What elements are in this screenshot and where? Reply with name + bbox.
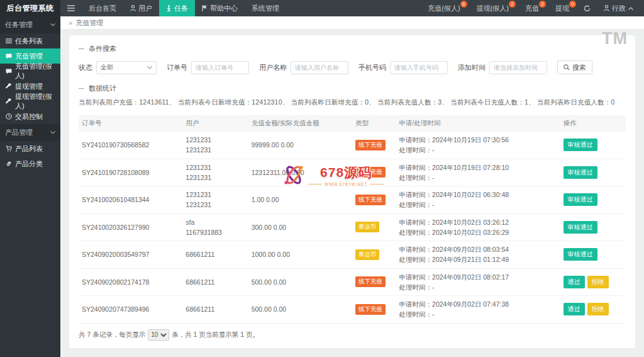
order-no-input[interactable] bbox=[191, 61, 249, 74]
amount-cell: 500.00 0.00 bbox=[248, 296, 352, 324]
approve-review-button[interactable]: 审核通过 bbox=[564, 193, 597, 206]
sidebar-toggle-button[interactable] bbox=[60, 0, 82, 16]
phone-input[interactable] bbox=[390, 61, 448, 74]
sidebar-item-task-list[interactable]: 任务列表 bbox=[0, 33, 60, 48]
header-amount: 充值金额/实际充值金额 bbox=[248, 115, 352, 132]
add-time-label: 添加时间 bbox=[458, 63, 486, 72]
time-cell: 申请时间：2024年10月02日 06:30:48处理时间：- bbox=[396, 186, 560, 214]
search-button[interactable]: 搜索 bbox=[557, 60, 592, 74]
amount-cell: 1000.00 0.00 bbox=[248, 241, 352, 269]
flag-icon bbox=[202, 5, 208, 11]
recharge-management-panel: 条件搜索 状态 全部 订单号 用户名称 bbox=[69, 35, 635, 348]
user-cell: 68661211 bbox=[182, 241, 248, 269]
phone-label: 手机号码 bbox=[358, 63, 386, 72]
withdraw-count-badge: 0 bbox=[569, 1, 576, 8]
section-dash bbox=[79, 88, 84, 89]
time-cell: 申请时间：2024年10月19日 07:30:56处理时间：- bbox=[396, 132, 560, 159]
search-icon bbox=[564, 64, 570, 71]
per-page-select[interactable]: 10 bbox=[148, 329, 169, 341]
order-no-label: 订单号 bbox=[167, 63, 187, 72]
table-row: SY2409020802174178 68661211 500.00 0.00 … bbox=[79, 268, 626, 296]
user-cell: 68661211 bbox=[182, 268, 248, 296]
type-badge: 线下充值 bbox=[355, 276, 386, 287]
amount-cell: 500.00 0.00 bbox=[248, 268, 352, 296]
nav-withdraw-button[interactable]: 提现 0 bbox=[547, 0, 577, 16]
sidebar-item-recharge-management-fake[interactable]: 充值管理(假人) bbox=[0, 64, 60, 79]
table-row: SY2409020003549797 68661211 1000.00 0.00… bbox=[79, 241, 626, 269]
pass-button[interactable]: 通过 bbox=[564, 303, 585, 315]
amount-cell: 1.00 0.00 bbox=[248, 186, 352, 214]
table-row: SY2410020326127990 sfa1167931883 300.00 … bbox=[79, 213, 626, 241]
breadcrumb: » 充值管理 bbox=[60, 16, 644, 30]
user-cell: 12312311231231 bbox=[182, 132, 248, 159]
clock-icon bbox=[6, 113, 12, 120]
nav-withdraw-fake-button[interactable]: 提现(假人) 2 bbox=[469, 0, 517, 16]
search-section-title: 条件搜索 bbox=[79, 44, 626, 54]
username-label: 行政 bbox=[612, 4, 626, 13]
add-time-input[interactable] bbox=[489, 61, 547, 74]
sidebar-group-task-management[interactable]: 任务管理 bbox=[0, 16, 60, 33]
sidebar-item-withdraw-management-fake[interactable]: 提现管理(假人) bbox=[0, 94, 60, 109]
chevron-down-icon bbox=[50, 23, 55, 26]
chevron-down-icon bbox=[50, 131, 55, 134]
wrench-icon bbox=[6, 83, 12, 89]
user-menu[interactable]: 行政 bbox=[597, 0, 640, 16]
recharge-fake-count-badge: 6 bbox=[460, 1, 467, 8]
username-input[interactable] bbox=[291, 61, 348, 74]
type-badge: 线下充值 bbox=[355, 304, 386, 315]
pass-button[interactable]: 通过 bbox=[564, 276, 585, 288]
list-icon bbox=[6, 38, 12, 43]
withdraw-fake-count-badge: 2 bbox=[509, 1, 516, 8]
type-badge: 泰达币 bbox=[355, 222, 380, 232]
header-type: 类型 bbox=[352, 115, 396, 132]
nav-item-system[interactable]: 系统管理 bbox=[245, 0, 286, 16]
sidebar-item-product-list[interactable]: 产品列表 bbox=[0, 141, 60, 156]
order-no-cell: SY2410190730568582 bbox=[79, 132, 182, 159]
type-badge: 泰达币 bbox=[355, 249, 380, 260]
status-select[interactable]: 全部 bbox=[96, 61, 157, 74]
time-cell: 申请时间：2024年09月02日 08:02:17处理时间：- bbox=[396, 268, 560, 296]
table-row: SY2410190728108089 12312311231231 123123… bbox=[79, 159, 626, 186]
approve-review-button[interactable]: 审核通过 bbox=[564, 221, 597, 234]
chevron-down-icon bbox=[147, 66, 152, 69]
type-badge: 线下充值 bbox=[355, 195, 386, 205]
header-operation: 操作 bbox=[560, 115, 626, 132]
time-cell: 申请时间：2024年10月02日 03:26:12处理时间：2024年10月02… bbox=[396, 213, 560, 241]
link-icon bbox=[6, 161, 12, 167]
breadcrumb-arrows-icon: » bbox=[69, 19, 72, 26]
table-row: SY2410020610481344 12312311231231 1.00 0… bbox=[79, 186, 626, 214]
approve-review-button[interactable]: 审核通过 bbox=[564, 139, 597, 151]
nav-recharge-button[interactable]: 充值 2 bbox=[517, 0, 547, 16]
header-order-no: 订单号 bbox=[79, 115, 182, 132]
nav-item-tasks[interactable]: 任务 bbox=[159, 0, 195, 16]
approve-review-button[interactable]: 审核通过 bbox=[564, 248, 597, 261]
sidebar: 任务管理 任务列表 充值管理 充值管理(假人) 提现管理 提现管理(假人) 交易… bbox=[0, 16, 60, 357]
nav-item-users[interactable]: 用户 bbox=[123, 0, 159, 16]
nav-item-help[interactable]: 帮助中心 bbox=[195, 0, 245, 16]
refresh-button[interactable] bbox=[577, 0, 597, 16]
hamburger-icon bbox=[67, 5, 75, 11]
type-badge: 线下充值 bbox=[355, 140, 386, 150]
user-cell: 12312311231231 bbox=[182, 159, 248, 186]
sidebar-item-trade-control[interactable]: 交易控制 bbox=[0, 109, 60, 124]
amount-cell: 99999.00 0.00 bbox=[248, 132, 352, 159]
header-user: 用户 bbox=[182, 115, 248, 132]
user-cell: 68661211 bbox=[182, 296, 248, 324]
comment-icon bbox=[6, 54, 12, 59]
username-label: 用户名称 bbox=[259, 63, 287, 72]
nav-recharge-fake-button[interactable]: 充值(假人) 6 bbox=[419, 0, 468, 16]
comment-icon bbox=[6, 69, 12, 74]
sidebar-item-product-category[interactable]: 产品分类 bbox=[0, 156, 60, 171]
sidebar-group-product-management[interactable]: 产品管理 bbox=[0, 124, 60, 141]
header-time: 申请/处理时间 bbox=[396, 115, 560, 132]
order-no-cell: SY2409020802174178 bbox=[79, 268, 182, 296]
amount-cell: 12312311.00 0.00 bbox=[248, 159, 352, 186]
cart-icon bbox=[6, 145, 12, 152]
reject-button[interactable]: 拒绝 bbox=[587, 276, 609, 288]
approve-review-button[interactable]: 审核通过 bbox=[564, 166, 597, 179]
reject-button[interactable]: 拒绝 bbox=[587, 303, 609, 315]
type-badge: 线下充值 bbox=[355, 167, 386, 178]
user-icon bbox=[604, 5, 609, 11]
tm-watermark: TM bbox=[602, 29, 628, 48]
nav-item-home[interactable]: 后台首页 bbox=[82, 0, 123, 16]
